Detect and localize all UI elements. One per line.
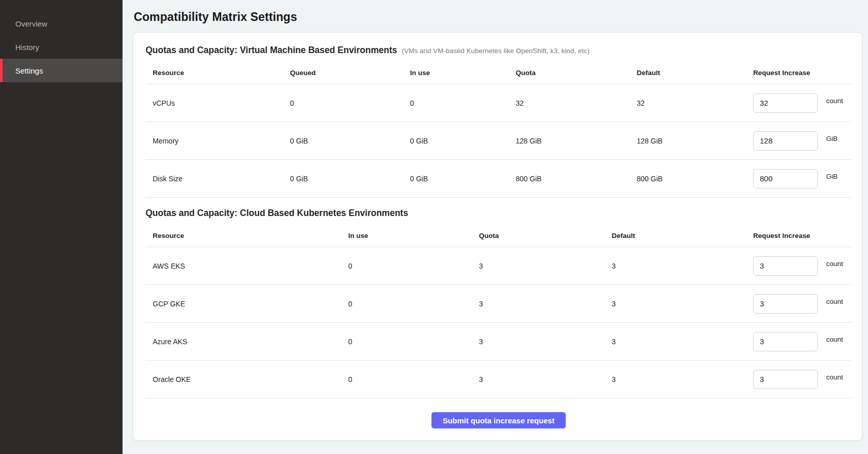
gcp-gke-request-input[interactable] bbox=[753, 294, 818, 314]
unit-label: GiB bbox=[826, 173, 838, 180]
k8s-section-title: Quotas and Capacity: Cloud Based Kuberne… bbox=[146, 208, 408, 219]
cell-quota: 3 bbox=[472, 262, 605, 270]
sidebar-item-history-label: History bbox=[15, 43, 39, 52]
cell-request-increase: count bbox=[746, 332, 852, 351]
cell-default: 3 bbox=[605, 338, 746, 346]
cell-request-increase: count bbox=[746, 256, 852, 276]
unit-label: count bbox=[826, 97, 843, 105]
cell-request-increase: count bbox=[746, 294, 852, 314]
table-row-disk-size: Disk Size 0 GiB 0 GiB 800 GiB 800 GiB Gi… bbox=[146, 160, 852, 198]
cell-default: 128 GiB bbox=[630, 137, 746, 145]
sidebar-item-overview-label: Overview bbox=[15, 19, 47, 28]
k8s-table-header-row: Resource In use Quota Default Request In… bbox=[146, 225, 852, 247]
k8s-quota-table: Resource In use Quota Default Request In… bbox=[146, 225, 852, 398]
sidebar-item-settings[interactable]: Settings bbox=[0, 59, 123, 82]
cell-in-use: 0 bbox=[341, 338, 472, 346]
cell-default: 3 bbox=[605, 300, 746, 308]
vm-section-title: Quotas and Capacity: Virtual Machine Bas… bbox=[146, 45, 397, 56]
cell-in-use: 0 bbox=[403, 99, 509, 107]
disk-size-request-input[interactable] bbox=[753, 169, 818, 188]
col-header-in-use: In use bbox=[403, 69, 509, 77]
cell-queued: 0 GiB bbox=[283, 175, 403, 183]
cell-default: 800 GiB bbox=[630, 175, 746, 183]
cell-in-use: 0 GiB bbox=[403, 137, 509, 145]
col-header-queued: Queued bbox=[283, 69, 403, 77]
table-row-gcp-gke: GCP GKE 0 3 3 count bbox=[146, 285, 852, 323]
vm-table-header-row: Resource Queued In use Quota Default Req… bbox=[146, 62, 852, 84]
table-row-aws-eks: AWS EKS 0 3 3 count bbox=[146, 247, 852, 285]
cell-default: 3 bbox=[605, 375, 746, 384]
cell-quota: 3 bbox=[472, 300, 605, 308]
col-header-request-increase: Request Increase bbox=[746, 69, 852, 77]
table-row-azure-aks: Azure AKS 0 3 3 count bbox=[146, 323, 852, 361]
col-header-quota: Quota bbox=[509, 69, 630, 77]
cell-request-increase: GiB bbox=[746, 169, 852, 188]
cell-quota: 3 bbox=[472, 338, 605, 346]
cell-default: 32 bbox=[630, 99, 746, 107]
cell-resource: Memory bbox=[146, 137, 283, 145]
cell-resource: Disk Size bbox=[146, 175, 283, 183]
col-header-resource: Resource bbox=[146, 232, 341, 240]
unit-label: count bbox=[826, 298, 843, 305]
sidebar-item-overview[interactable]: Overview bbox=[0, 12, 123, 35]
unit-label: count bbox=[826, 336, 843, 343]
cell-in-use: 0 bbox=[341, 300, 472, 308]
vm-quota-table: Resource Queued In use Quota Default Req… bbox=[146, 62, 852, 198]
table-row-oracle-oke: Oracle OKE 0 3 3 count bbox=[146, 361, 852, 398]
cell-quota: 3 bbox=[472, 375, 605, 384]
cell-resource: Oracle OKE bbox=[146, 375, 341, 384]
cell-request-increase: count bbox=[746, 370, 852, 389]
sidebar: Overview History Settings bbox=[0, 0, 123, 454]
oracle-oke-request-input[interactable] bbox=[753, 370, 818, 389]
cell-quota: 800 GiB bbox=[509, 175, 630, 183]
sidebar-item-history[interactable]: History bbox=[0, 35, 123, 59]
vm-section-header: Quotas and Capacity: Virtual Machine Bas… bbox=[146, 45, 852, 56]
k8s-section-header: Quotas and Capacity: Cloud Based Kuberne… bbox=[146, 208, 852, 219]
cell-quota: 128 GiB bbox=[509, 137, 630, 145]
unit-label: GiB bbox=[826, 135, 838, 142]
cell-default: 3 bbox=[605, 262, 746, 270]
col-header-request-increase: Request Increase bbox=[746, 232, 852, 240]
cell-resource: AWS EKS bbox=[146, 262, 341, 270]
vm-section-subtitle: (VMs and VM-based Kubernetes like OpenSh… bbox=[402, 47, 590, 55]
settings-card: Quotas and Capacity: Virtual Machine Bas… bbox=[133, 32, 862, 441]
azure-aks-request-input[interactable] bbox=[753, 332, 818, 351]
cell-queued: 0 bbox=[283, 99, 403, 107]
card-footer: Submit quota increase request bbox=[146, 412, 852, 429]
cell-in-use: 0 bbox=[341, 375, 472, 384]
aws-eks-request-input[interactable] bbox=[753, 256, 818, 276]
page-title: Compatibility Matrix Settings bbox=[134, 10, 862, 24]
submit-quota-increase-button[interactable]: Submit quota increase request bbox=[431, 412, 566, 428]
cell-in-use: 0 GiB bbox=[403, 175, 509, 183]
col-header-default: Default bbox=[630, 69, 746, 77]
cell-queued: 0 GiB bbox=[283, 137, 403, 145]
cell-quota: 32 bbox=[509, 99, 630, 107]
cell-resource: GCP GKE bbox=[146, 300, 341, 308]
col-header-in-use: In use bbox=[341, 232, 472, 240]
table-row-memory: Memory 0 GiB 0 GiB 128 GiB 128 GiB GiB bbox=[146, 122, 852, 160]
vcpus-request-input[interactable] bbox=[753, 93, 818, 113]
sidebar-item-settings-label: Settings bbox=[15, 66, 43, 75]
cell-request-increase: GiB bbox=[746, 131, 852, 151]
col-header-default: Default bbox=[605, 232, 746, 240]
sidebar-nav: Overview History Settings bbox=[0, 12, 123, 82]
cell-resource: vCPUs bbox=[146, 99, 283, 107]
table-row-vcpus: vCPUs 0 0 32 32 count bbox=[146, 84, 852, 122]
col-header-resource: Resource bbox=[146, 69, 283, 77]
unit-label: count bbox=[826, 260, 843, 268]
cell-request-increase: count bbox=[746, 93, 852, 113]
memory-request-input[interactable] bbox=[753, 131, 818, 151]
cell-in-use: 0 bbox=[341, 262, 472, 270]
main-content: Compatibility Matrix Settings Quotas and… bbox=[123, 0, 868, 454]
cell-resource: Azure AKS bbox=[146, 338, 341, 346]
col-header-quota: Quota bbox=[472, 232, 605, 240]
unit-label: count bbox=[826, 373, 843, 381]
